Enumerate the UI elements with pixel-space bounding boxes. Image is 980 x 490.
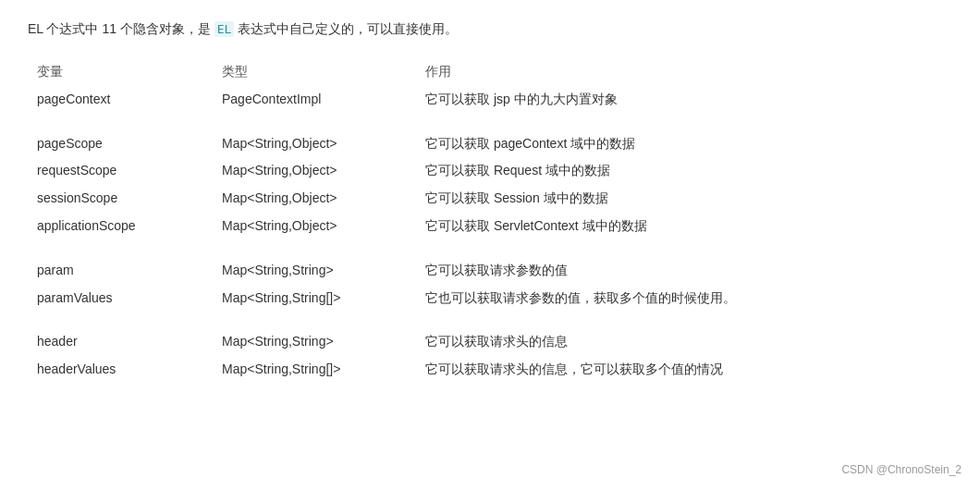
table-row: pageScope Map<String,Object> 它可以获取 pageC… (37, 130, 952, 158)
cell-desc: 它可以获取请求参数的值 (425, 260, 952, 282)
cell-desc: 它可以获取请求头的信息，它可以获取多个值的情况 (425, 359, 952, 381)
cell-variable: requestScope (37, 160, 222, 182)
table-row: applicationScope Map<String,Object> 它可以获… (37, 213, 952, 240)
table-row: paramValues Map<String,String[]> 它也可以获取请… (37, 285, 952, 312)
cell-type: Map<String,String[]> (222, 359, 425, 381)
cell-variable: pageContext (37, 89, 222, 111)
main-table: 变量 类型 作用 pageContext PageContextImpl 它可以… (28, 58, 952, 384)
cell-variable: header (37, 331, 222, 353)
cell-type: Map<String,Object> (222, 188, 425, 210)
cell-type: Map<String,Object> (222, 160, 425, 182)
cell-type: Map<String,String> (222, 260, 425, 282)
cell-desc: 它可以获取请求头的信息 (425, 331, 952, 353)
cell-desc: 它可以获取 Request 域中的数据 (425, 160, 952, 182)
spacer (37, 121, 952, 130)
row-group-4: header Map<String,String> 它可以获取请求头的信息 he… (37, 328, 952, 384)
row-group-2: pageScope Map<String,Object> 它可以获取 pageC… (37, 130, 952, 240)
table-row: requestScope Map<String,Object> 它可以获取 Re… (37, 157, 952, 185)
cell-type: Map<String,Object> (222, 133, 425, 155)
cell-variable: applicationScope (37, 215, 222, 238)
cell-desc: 它可以获取 Session 域中的数据 (425, 188, 952, 210)
table-body: pageContext PageContextImpl 它可以获取 jsp 中的… (37, 86, 952, 384)
row-group-1: pageContext PageContextImpl 它可以获取 jsp 中的… (37, 86, 952, 114)
cell-type: Map<String,String[]> (222, 288, 425, 310)
intro-text: EL 个达式中 11 个隐含对象，是 EL 表达式中自己定义的，可以直接使用。 (28, 18, 952, 40)
header-description: 作用 (425, 64, 952, 80)
table-row: param Map<String,String> 它可以获取请求参数的值 (37, 257, 952, 285)
table-row: header Map<String,String> 它可以获取请求头的信息 (37, 328, 952, 356)
header-type: 类型 (222, 64, 425, 80)
cell-desc: 它也可以获取请求参数的值，获取多个值的时候使用。 (425, 288, 952, 310)
table-row: sessionScope Map<String,Object> 它可以获取 Se… (37, 185, 952, 213)
spacer (37, 248, 952, 257)
cell-variable: param (37, 260, 222, 282)
cell-type: Map<String,Object> (222, 215, 425, 238)
cell-desc: 它可以获取 jsp 中的九大内置对象 (425, 89, 952, 111)
table-row: headerValues Map<String,String[]> 它可以获取请… (37, 356, 952, 384)
row-group-3: param Map<String,String> 它可以获取请求参数的值 par… (37, 257, 952, 312)
cell-variable: headerValues (37, 359, 222, 381)
cell-desc: 它可以获取 pageContext 域中的数据 (425, 133, 952, 155)
spacer (37, 319, 952, 328)
cell-type: Map<String,String> (222, 331, 425, 353)
table-row: pageContext PageContextImpl 它可以获取 jsp 中的… (37, 86, 952, 114)
cell-variable: pageScope (37, 133, 222, 155)
cell-desc: 它可以获取 ServletContext 域中的数据 (425, 215, 952, 238)
cell-variable: sessionScope (37, 188, 222, 210)
el-keyword: EL (214, 21, 235, 37)
watermark: CSDN @ChronoStein_2 (841, 463, 962, 476)
table-header: 变量 类型 作用 (37, 58, 952, 86)
cell-type: PageContextImpl (222, 89, 425, 111)
header-variable: 变量 (37, 64, 222, 80)
cell-variable: paramValues (37, 288, 222, 310)
